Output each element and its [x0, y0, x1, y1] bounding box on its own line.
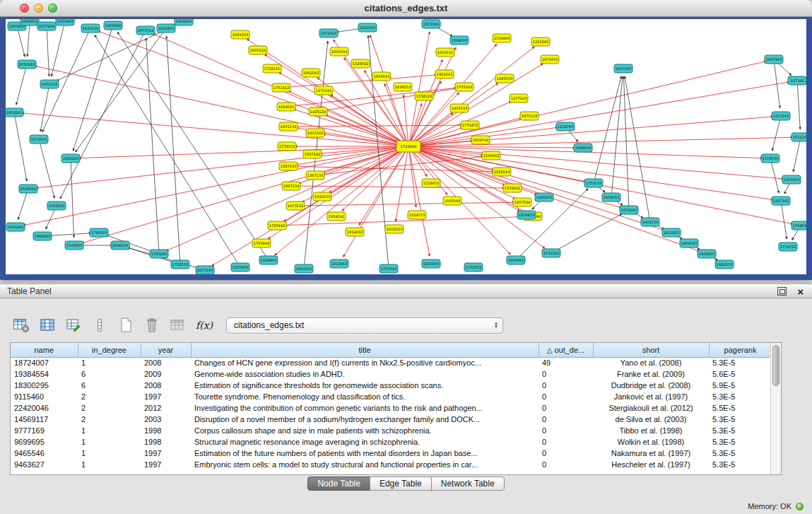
table-cell[interactable]: Embryonic stem cells: a model to study s…: [191, 459, 539, 470]
table-row[interactable]: 1830029562008Estimation of significance …: [11, 380, 772, 391]
row-options-button[interactable]: [90, 315, 110, 335]
graph-node[interactable]: 1860353: [295, 264, 313, 273]
graph-node[interactable]: 1987133: [279, 162, 298, 170]
table-row[interactable]: 911546021997Tourette syndrome. Phenomeno…: [11, 391, 772, 402]
graph-node[interactable]: 1216143: [493, 168, 511, 176]
window-titlebar[interactable]: × − + citations_edges.txt: [0, 0, 812, 17]
graph-node[interactable]: 1531243: [542, 249, 560, 257]
table-cell[interactable]: 18300295: [11, 380, 78, 391]
column-header-short[interactable]: short: [593, 343, 709, 357]
graph-node[interactable]: 1207343: [772, 197, 790, 205]
graph-node[interactable]: 1604744: [471, 136, 490, 144]
graph-node[interactable]: 1154483: [493, 34, 511, 42]
graph-node[interactable]: 1664093: [450, 36, 469, 45]
graph-node[interactable]: 1704533: [792, 221, 806, 230]
graph-node[interactable]: 1572343: [319, 29, 338, 37]
graph-node-hub[interactable]: 1724909: [396, 141, 420, 152]
table-cell[interactable]: 1: [78, 448, 141, 459]
graph-node[interactable]: 1968243: [33, 232, 52, 240]
graph-node[interactable]: 1810153: [662, 228, 681, 237]
graph-node[interactable]: 1507142: [303, 150, 322, 158]
graph-node[interactable]: 2073714: [136, 26, 155, 35]
table-cell[interactable]: 1998: [141, 436, 191, 448]
graph-node[interactable]: 1473132: [286, 201, 305, 210]
table-scrollbar[interactable]: [770, 343, 781, 474]
delete-table-button[interactable]: [142, 315, 162, 335]
graph-node[interactable]: 1867134: [282, 182, 300, 190]
table-row[interactable]: 977716911998Corpus callosum shape and si…: [11, 425, 772, 436]
graph-node[interactable]: 1030233: [313, 192, 331, 201]
table-cell[interactable]: 5.5E-5: [709, 402, 772, 414]
column-header-name[interactable]: name: [11, 343, 78, 357]
table-cell[interactable]: Corpus callosum shape and size in male p…: [191, 425, 539, 436]
table-cell[interactable]: 2: [78, 402, 141, 414]
graph-node[interactable]: 1425124: [309, 107, 327, 116]
graph-node[interactable]: 1415453: [782, 175, 801, 184]
graph-node[interactable]: 1504941: [503, 184, 522, 192]
table-cell[interactable]: 1: [78, 357, 141, 368]
graph-node[interactable]: 1904143: [680, 239, 698, 247]
table-cell[interactable]: Disruption of a novel member of a sodium…: [191, 414, 539, 425]
graph-node[interactable]: 1679193: [620, 206, 638, 214]
tab-node-table[interactable]: Node Table: [307, 477, 370, 491]
graph-node[interactable]: 1901243: [435, 70, 454, 78]
table-cell[interactable]: 1: [78, 436, 141, 448]
table-row[interactable]: 946362711997Embryonic stem cells: a mode…: [11, 459, 772, 470]
table-cell[interactable]: Estimation of significance thresholds fo…: [191, 380, 539, 391]
graph-node[interactable]: 1933243: [6, 223, 25, 231]
graph-node[interactable]: 1154093: [556, 122, 575, 131]
table-cell[interactable]: Wolkin et al. (1998): [593, 436, 709, 448]
graph-node[interactable]: 1435133: [450, 104, 469, 112]
column-header-out-degree[interactable]: △out_de...: [539, 343, 593, 357]
table-cell[interactable]: 5.3E-5: [709, 448, 772, 459]
table-cell[interactable]: 14569117: [11, 414, 78, 425]
table-cell[interactable]: 1997: [141, 391, 191, 402]
table-cell[interactable]: 5.3E-5: [709, 391, 772, 402]
table-cell[interactable]: 0: [539, 448, 593, 459]
graph-node[interactable]: 2077404: [37, 22, 56, 30]
table-cell[interactable]: Stergiakouli et al. (2012): [593, 402, 709, 414]
table-cell[interactable]: Estimation of the future numbers of pati…: [191, 448, 539, 459]
graph-node[interactable]: 1955844: [104, 21, 122, 30]
graph-node[interactable]: 1957594: [513, 198, 531, 206]
graph-node[interactable]: 1842043: [302, 69, 320, 77]
graph-node[interactable]: 1602233: [385, 225, 404, 233]
table-cell[interactable]: 2012: [141, 402, 191, 414]
import-table-button[interactable]: [168, 315, 188, 335]
table-cell[interactable]: de Silva et al. (2003): [593, 414, 709, 425]
table-cell[interactable]: Genome-wide association studies in ADHD.: [191, 368, 539, 380]
graph-node[interactable]: 1605344: [443, 197, 461, 205]
table-cell[interactable]: 2: [78, 391, 141, 402]
table-cell[interactable]: 2008: [141, 357, 191, 368]
graph-node[interactable]: 1650133: [40, 80, 59, 88]
graph-node[interactable]: 1415143: [772, 112, 790, 120]
graph-node[interactable]: 1620343: [358, 23, 377, 32]
table-row[interactable]: 1872400712008Changes of HCN gene express…: [11, 357, 772, 368]
graph-node[interactable]: 1667343: [614, 64, 632, 73]
table-cell[interactable]: 6: [78, 380, 141, 391]
graph-node[interactable]: 1604233: [698, 250, 716, 258]
table-cell[interactable]: 0: [539, 425, 593, 436]
table-cell[interactable]: 1998: [141, 425, 191, 436]
table-cell[interactable]: 9465546: [11, 448, 78, 459]
table-source-dropdown[interactable]: citations_edges.txt ▲▼: [226, 317, 503, 334]
graph-node[interactable]: 2526693: [19, 185, 37, 193]
function-builder-button[interactable]: f(x): [194, 315, 214, 335]
graph-node[interactable]: 1751412: [272, 83, 290, 92]
table-cell[interactable]: 0: [539, 391, 593, 402]
table-cell[interactable]: 5.3E-5: [709, 436, 772, 448]
table-cell[interactable]: 19384554: [11, 368, 78, 380]
table-cell[interactable]: 1: [78, 425, 141, 436]
graph-node[interactable]: 1902133: [641, 218, 659, 226]
table-cell[interactable]: 2008: [141, 380, 191, 391]
graph-node[interactable]: 1914432: [346, 228, 364, 236]
graph-node[interactable]: 1524403: [259, 256, 278, 264]
graph-node[interactable]: 1573503: [30, 135, 48, 144]
table-cell[interactable]: Franke et al. (2009): [593, 368, 709, 380]
graph-node[interactable]: 1580243: [150, 250, 168, 258]
table-cell[interactable]: Changes of HCN gene expression and I(f) …: [191, 357, 539, 368]
graph-node[interactable]: 1862243: [61, 154, 80, 163]
graph-node[interactable]: 1485033: [495, 74, 514, 83]
column-visibility-button[interactable]: [37, 315, 57, 335]
graph-node[interactable]: 1973433: [541, 55, 559, 64]
